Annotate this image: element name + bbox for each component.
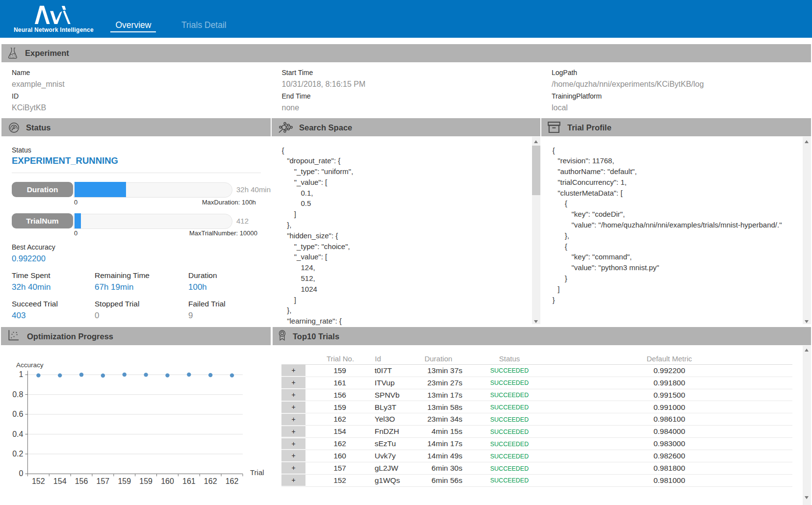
svg-text:159: 159 xyxy=(118,477,131,485)
svg-text:160: 160 xyxy=(161,477,174,485)
svg-text:Trial: Trial xyxy=(250,468,264,477)
svg-text:Accuracy: Accuracy xyxy=(16,361,44,369)
svg-text:159: 159 xyxy=(139,477,152,485)
svg-text:154: 154 xyxy=(53,477,67,485)
svg-text:152: 152 xyxy=(32,477,45,485)
svg-text:0.8: 0.8 xyxy=(12,390,23,399)
svg-text:0: 0 xyxy=(19,469,23,478)
svg-text:0.6: 0.6 xyxy=(12,410,23,418)
svg-text:1: 1 xyxy=(19,370,23,379)
svg-text:161: 161 xyxy=(182,477,196,485)
svg-text:156: 156 xyxy=(75,477,88,485)
svg-text:157: 157 xyxy=(97,477,110,485)
svg-text:162: 162 xyxy=(226,477,239,485)
svg-text:0.4: 0.4 xyxy=(12,430,23,438)
svg-text:0.2: 0.2 xyxy=(12,450,23,458)
svg-text:162: 162 xyxy=(204,477,217,485)
